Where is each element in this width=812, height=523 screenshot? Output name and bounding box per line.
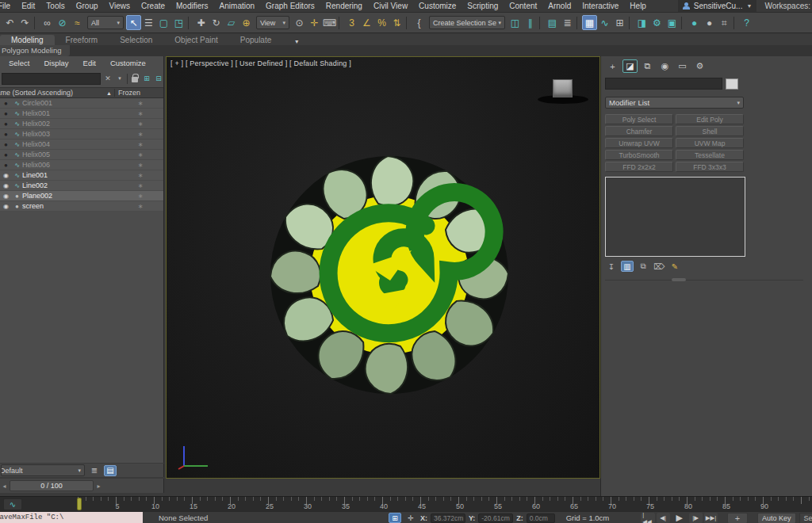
bind-to-spacewarp-icon[interactable]: ≈ (70, 15, 85, 30)
menu-item[interactable]: Help (624, 2, 652, 10)
modifier-preset-button[interactable]: FFD 2x2x2 (605, 162, 673, 172)
toolbar-separator[interactable] (188, 17, 192, 29)
next-frame-arrow-icon[interactable]: ▸ (95, 483, 102, 490)
visibility-eye-icon[interactable]: ● (0, 131, 12, 138)
viewport-label[interactable]: [ + ] [ Perspective ] [ User Defined ] [… (170, 59, 351, 67)
frozen-toggle-icon[interactable]: ∗ (117, 110, 163, 117)
explorer-menu-item[interactable]: Customize (103, 59, 153, 67)
z-coordinate-field[interactable]: 0.0cm (527, 513, 555, 523)
window-crossing-icon[interactable]: ◳ (171, 15, 186, 30)
timeline-ruler[interactable]: ∿ 051015202530354045505560657075808590 (0, 496, 812, 511)
ribbon-tab[interactable]: Object Paint (163, 35, 228, 45)
visibility-eye-icon[interactable]: ◉ (0, 193, 12, 200)
pick-container-icon[interactable]: ⊞ (142, 74, 151, 82)
previous-frame-arrow-icon[interactable]: ◂ (1, 483, 8, 490)
explorer-mode-icon[interactable]: ▤ (104, 465, 117, 476)
reference-coordinate-dropdown[interactable]: View▾ (256, 16, 289, 29)
toolbar-separator[interactable] (339, 17, 343, 29)
visibility-eye-icon[interactable]: ● (0, 110, 12, 117)
modifier-preset-button[interactable]: Edit Poly (676, 114, 744, 124)
scene-box-object[interactable] (536, 74, 592, 106)
menu-item[interactable]: Rendering (320, 2, 368, 10)
menu-item[interactable]: Animation (214, 2, 260, 10)
x-coordinate-field[interactable]: 36.372cm (431, 513, 465, 523)
maxscript-mini-listener[interactable]: saveMaxFile "C:\ (0, 512, 143, 523)
menu-item[interactable]: Group (71, 2, 104, 10)
menu-item[interactable]: Views (104, 2, 136, 10)
ribbon-tab[interactable]: Populate (229, 35, 282, 45)
add-container-icon[interactable]: ⊟ (154, 74, 163, 82)
key-filters-selected-dropdown[interactable]: Selected (799, 513, 812, 523)
snaps-toggle-icon[interactable]: 3 (344, 15, 359, 30)
menu-item[interactable]: Civil View (368, 2, 413, 10)
scene-row-helix003[interactable]: ● ∿ Helix003 ∗ (0, 129, 163, 139)
visibility-eye-icon[interactable]: ● (0, 162, 12, 169)
undo-icon[interactable]: ↶ (2, 15, 17, 30)
set-key-button[interactable]: + (727, 513, 748, 523)
render-production-icon[interactable]: ● (687, 15, 702, 30)
selection-lock-icon[interactable]: ⊞ (389, 513, 401, 523)
display-tab-icon[interactable]: ▭ (675, 59, 690, 73)
modifier-preset-button[interactable]: Poly Select (605, 114, 673, 124)
frozen-toggle-icon[interactable]: ∗ (117, 131, 163, 138)
select-object-icon[interactable]: ↖ (126, 15, 141, 30)
redo-icon[interactable]: ↷ (17, 15, 33, 30)
scene-row-screen[interactable]: ◉ ● screen ∗ (0, 201, 163, 212)
spinner-snap-icon[interactable]: ⇅ (389, 15, 404, 30)
visibility-eye-icon[interactable]: ◉ (0, 172, 12, 179)
create-tab-icon[interactable]: + (605, 59, 620, 73)
menu-item[interactable]: File (0, 2, 16, 10)
select-and-rotate-icon[interactable]: ↻ (209, 15, 224, 30)
previous-frame-button[interactable]: ◀| (657, 513, 670, 523)
wreath-logo-object[interactable] (266, 152, 512, 398)
scene-row-plane002[interactable]: ◉ ● Plane002 ∗ (0, 191, 163, 201)
next-frame-button[interactable]: |▶ (689, 513, 703, 523)
named-selection-sets-icon[interactable]: { (412, 15, 427, 30)
scene-row-helix004[interactable]: ● ∿ Helix004 ∗ (0, 139, 163, 150)
frozen-toggle-icon[interactable]: ∗ (117, 172, 163, 179)
scene-row-helix006[interactable]: ● ∿ Helix006 ∗ (0, 160, 163, 170)
scene-row-circle001[interactable]: ● ∿ Circle001 ∗ (0, 98, 163, 109)
user-account[interactable]: SensitiveCu... ▼ (678, 0, 757, 12)
render-help-icon[interactable]: ? (739, 15, 754, 30)
explorer-menu-item[interactable]: Select (2, 59, 36, 67)
show-end-result-icon[interactable]: ▥ (621, 261, 634, 272)
select-and-manipulate-icon[interactable]: ✛ (307, 15, 322, 30)
modifier-preset-button[interactable]: Tessellate (676, 150, 744, 160)
layers-icon[interactable]: ≣ (88, 465, 101, 476)
utilities-tab-icon[interactable]: ⚙ (692, 59, 707, 73)
modifier-preset-button[interactable]: TurboSmooth (605, 150, 673, 160)
auto-key-button[interactable]: Auto Key (757, 513, 796, 523)
frozen-column-header[interactable]: Frozen (114, 89, 163, 97)
render-setup-icon[interactable]: ⚙ (649, 15, 665, 30)
panel-splitter-handle[interactable] (605, 280, 803, 281)
ribbon-tab[interactable]: Modeling (0, 35, 55, 45)
selection-filter-dropdown[interactable]: All▾ (87, 16, 124, 29)
frozen-toggle-icon[interactable]: ∗ (117, 162, 163, 169)
select-and-move-icon[interactable]: ✚ (193, 15, 209, 30)
remove-modifier-icon[interactable]: ⌦ (653, 261, 665, 272)
toolbar-separator[interactable] (629, 17, 633, 29)
curve-editor-icon[interactable]: ∿ (597, 15, 612, 30)
select-and-scale-icon[interactable]: ▱ (224, 15, 239, 30)
frozen-toggle-icon[interactable]: ∗ (117, 120, 163, 128)
menu-item[interactable]: Arnold (542, 2, 576, 10)
scene-explorer-toggle-icon[interactable]: ▤ (545, 15, 560, 30)
go-to-end-button[interactable]: ▶▶| (704, 513, 718, 523)
visibility-eye-icon[interactable]: ● (0, 100, 12, 107)
rectangular-selection-icon[interactable]: ▢ (156, 15, 171, 30)
toolbar-separator[interactable] (539, 17, 543, 29)
keyboard-override-icon[interactable]: ⌨ (322, 15, 337, 30)
select-by-name-icon[interactable]: ☰ (141, 15, 156, 30)
visibility-eye-icon[interactable]: ● (0, 120, 12, 128)
named-selection-set-dropdown[interactable]: Create Selection Se▾ (429, 16, 505, 29)
default-preset-dropdown[interactable]: Default ▾ (1, 464, 85, 476)
toolbar-separator[interactable] (406, 17, 410, 29)
scene-row-helix001[interactable]: ● ∿ Helix001 ∗ (0, 109, 163, 119)
menu-item[interactable]: Scripting (462, 2, 504, 10)
toolbar-separator[interactable] (576, 17, 580, 29)
menu-item[interactable]: Content (504, 2, 542, 10)
toolbar-separator[interactable] (681, 17, 685, 29)
ribbon-tab[interactable]: Selection (109, 35, 163, 45)
visibility-eye-icon[interactable]: ◉ (0, 203, 12, 210)
